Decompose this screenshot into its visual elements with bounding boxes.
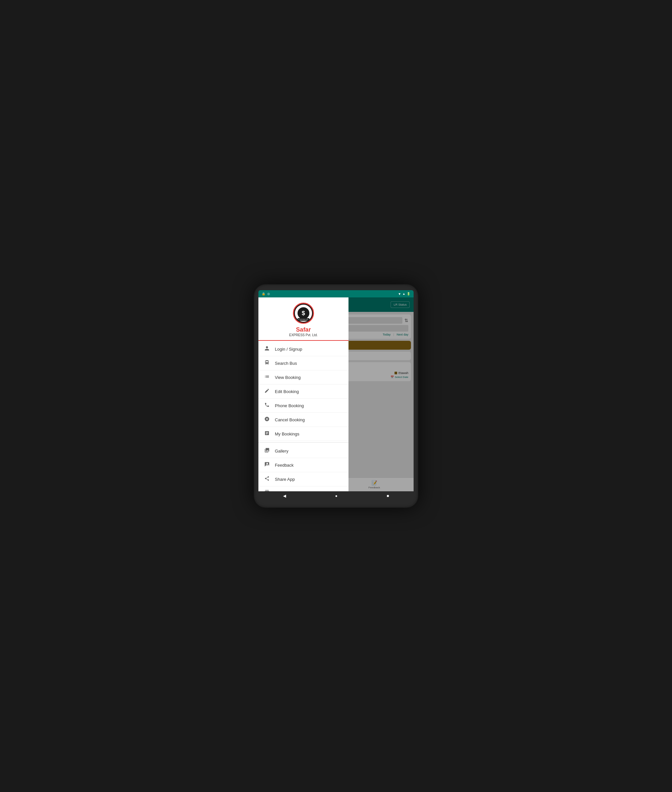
menu-item-edit-booking[interactable]: Edit Booking xyxy=(258,385,349,399)
recent-button[interactable]: ■ xyxy=(387,493,389,498)
back-button[interactable]: ◀ xyxy=(283,493,286,498)
bus-icon xyxy=(264,360,270,366)
contact-icon xyxy=(264,490,270,491)
menu-item-cancel-booking[interactable]: Cancel Booking xyxy=(258,413,349,427)
feedback-icon xyxy=(264,462,270,468)
cancel-booking-label: Cancel Booking xyxy=(275,417,305,422)
lock-icon: 🔒 xyxy=(262,292,265,295)
menu-item-gallery[interactable]: Gallery xyxy=(258,444,349,458)
status-icons-right: ▼ ▲ 🔋 xyxy=(398,292,410,296)
cancel-icon xyxy=(264,417,270,423)
pencil-icon xyxy=(264,388,270,395)
drawer-menu: Login / Signup Search Bus View Booking xyxy=(258,341,349,491)
express-label: EXPRESS xyxy=(298,318,310,321)
share-app-label: Share App xyxy=(275,477,295,482)
cellular-icon: ▲ xyxy=(402,292,405,295)
app-logo: $ EXPRESS xyxy=(293,303,314,324)
drawer-header: $ EXPRESS Safar EXPRESS Pvt. Ltd. xyxy=(258,297,349,341)
person-icon xyxy=(264,346,270,352)
nav-bar: ◀ ● ■ xyxy=(258,491,414,500)
view-booking-label: View Booking xyxy=(275,375,301,380)
tablet-frame: 🔒 ◎ ▼ ▲ 🔋 Safar EXPRESS Pvt. Ltd. LR Sta xyxy=(254,284,418,508)
status-bar: 🔒 ◎ ▼ ▲ 🔋 xyxy=(258,290,414,297)
menu-item-my-bookings[interactable]: My Bookings xyxy=(258,427,349,441)
gallery-label: Gallery xyxy=(275,449,288,453)
menu-item-phone-booking[interactable]: Phone Booking xyxy=(258,399,349,413)
home-button[interactable]: ● xyxy=(335,493,337,498)
phone-booking-label: Phone Booking xyxy=(275,403,304,408)
main-area: Safar EXPRESS Pvt. Ltd. LR Status ⇅ xyxy=(258,297,414,491)
feedback-label: Feedback xyxy=(275,463,294,468)
menu-item-share-app[interactable]: Share App xyxy=(258,472,349,486)
menu-divider xyxy=(258,442,349,443)
battery-icon: 🔋 xyxy=(407,292,410,295)
logo-dollar-sign: $ xyxy=(298,307,309,319)
my-bookings-icon xyxy=(264,431,270,437)
signal-icon: ◎ xyxy=(267,292,270,295)
sidebar-drawer: $ EXPRESS Safar EXPRESS Pvt. Ltd. Login … xyxy=(258,297,349,491)
menu-item-feedback[interactable]: Feedback xyxy=(258,458,349,472)
edit-booking-label: Edit Booking xyxy=(275,389,299,394)
my-bookings-label: My Bookings xyxy=(275,431,299,436)
menu-item-login[interactable]: Login / Signup xyxy=(258,342,349,356)
status-icons-left: 🔒 ◎ xyxy=(262,292,270,295)
menu-item-search-bus[interactable]: Search Bus xyxy=(258,356,349,370)
list-icon xyxy=(264,374,270,380)
contact-us-label: Contact Us xyxy=(275,491,296,492)
drawer-app-subtitle: EXPRESS Pvt. Ltd. xyxy=(289,333,318,337)
drawer-app-name: Safar xyxy=(296,326,311,333)
wifi-icon: ▼ xyxy=(398,292,401,296)
menu-item-contact-us[interactable]: Contact Us xyxy=(258,486,349,491)
share-icon xyxy=(264,476,270,482)
tablet-screen: 🔒 ◎ ▼ ▲ 🔋 Safar EXPRESS Pvt. Ltd. LR Sta xyxy=(258,290,414,500)
phone-icon xyxy=(264,402,270,409)
search-bus-label: Search Bus xyxy=(275,361,297,366)
menu-item-view-booking[interactable]: View Booking xyxy=(258,370,349,385)
gallery-icon xyxy=(264,448,270,454)
login-label: Login / Signup xyxy=(275,347,302,351)
